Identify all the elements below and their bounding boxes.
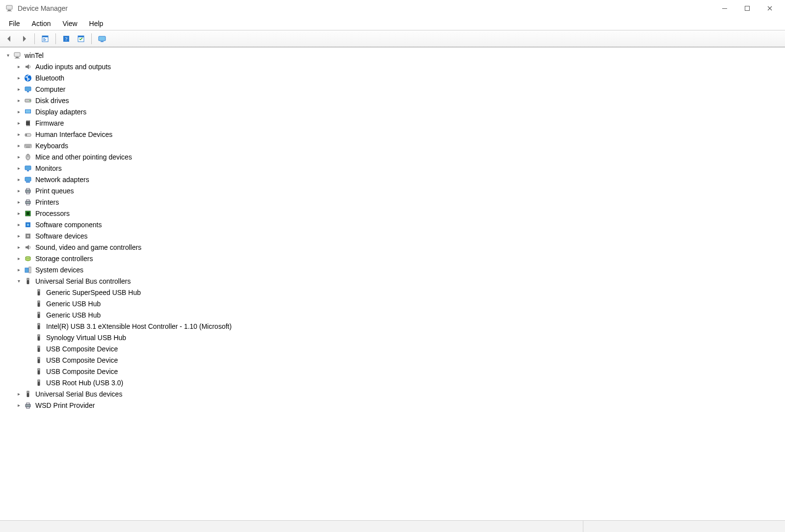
- tree-device[interactable]: ▸Generic SuperSpeed USB Hub: [0, 287, 363, 298]
- tree-node-label: Computer: [35, 85, 65, 93]
- chevron-right-icon[interactable]: ▸: [15, 401, 23, 409]
- tree-category[interactable]: ▸Software devices: [0, 230, 363, 241]
- window-title: Device Manager: [18, 4, 68, 12]
- tree-category[interactable]: ▸Audio inputs and outputs: [0, 61, 363, 72]
- tree-device[interactable]: ▸Generic USB Hub: [0, 298, 363, 309]
- expander-blank: ▸: [26, 356, 33, 364]
- tree-category[interactable]: ▸Bluetooth: [0, 72, 363, 83]
- chevron-right-icon[interactable]: ▸: [15, 255, 23, 263]
- chevron-right-icon[interactable]: ▸: [15, 108, 23, 116]
- svg-rect-50: [26, 147, 30, 147]
- window-maximize-button[interactable]: [736, 1, 759, 16]
- tree-category[interactable]: ▸Printers: [0, 196, 363, 208]
- chevron-right-icon[interactable]: ▸: [15, 210, 23, 217]
- chevron-right-icon[interactable]: ▸: [15, 221, 23, 229]
- tree-category[interactable]: ▸Display adapters: [0, 106, 363, 117]
- svg-rect-26: [26, 121, 30, 125]
- toolbar-show-hidden-button[interactable]: [96, 32, 108, 45]
- tree-category[interactable]: ▸Print queues: [0, 185, 363, 196]
- chevron-right-icon[interactable]: ▸: [15, 142, 23, 150]
- usb-icon: [24, 390, 32, 399]
- toolbar-scan-button[interactable]: [75, 32, 87, 45]
- chevron-right-icon[interactable]: ▸: [15, 63, 23, 71]
- tree-device[interactable]: ▸USB Root Hub (USB 3.0): [0, 377, 363, 388]
- tree-device[interactable]: ▸Synology Virtual USB Hub: [0, 332, 363, 343]
- svg-rect-31: [28, 120, 29, 121]
- svg-rect-14: [99, 36, 105, 41]
- tree-root[interactable]: ▾winTel: [0, 50, 363, 61]
- tree-node-label: Generic USB Hub: [46, 311, 101, 319]
- svg-rect-48: [29, 146, 29, 146]
- tree-category[interactable]: ▸Firmware: [0, 117, 363, 129]
- tree-device[interactable]: ▸USB Composite Device: [0, 354, 363, 366]
- toolbar-properties-button[interactable]: [39, 32, 52, 45]
- chevron-down-icon[interactable]: ▾: [15, 277, 23, 285]
- device-tree[interactable]: ▾winTel▸Audio inputs and outputs▸Bluetoo…: [0, 48, 363, 520]
- chevron-right-icon[interactable]: ▸: [15, 164, 23, 172]
- tree-node-label: Human Interface Devices: [35, 131, 112, 138]
- tree-category[interactable]: ▸Universal Serial Bus devices: [0, 388, 363, 399]
- window-controls: [713, 1, 781, 16]
- tree-category[interactable]: ▸Mice and other pointing devices: [0, 151, 363, 162]
- tree-node-label: Universal Serial Bus controllers: [35, 277, 131, 285]
- chevron-right-icon[interactable]: ▸: [15, 266, 23, 274]
- tree-category[interactable]: ▾Universal Serial Bus controllers: [0, 275, 363, 287]
- chevron-right-icon[interactable]: ▸: [15, 198, 23, 206]
- svg-rect-33: [29, 120, 30, 121]
- storage-icon: [24, 254, 32, 263]
- menu-help[interactable]: Help: [83, 18, 109, 29]
- menu-action[interactable]: Action: [26, 18, 57, 29]
- usb-icon: [34, 311, 43, 319]
- tree-category[interactable]: ▸Processors: [0, 208, 363, 219]
- chevron-down-icon[interactable]: ▾: [4, 52, 12, 59]
- toolbar-help-button[interactable]: ?: [60, 32, 73, 45]
- tree-category[interactable]: ▸Computer: [0, 83, 363, 95]
- chevron-right-icon[interactable]: ▸: [15, 153, 23, 161]
- chevron-right-icon[interactable]: ▸: [15, 243, 23, 251]
- chevron-right-icon[interactable]: ▸: [15, 232, 23, 240]
- toolbar-forward-button[interactable]: [18, 32, 30, 45]
- svg-rect-18: [15, 58, 20, 58]
- chevron-right-icon[interactable]: ▸: [15, 131, 23, 138]
- chevron-right-icon[interactable]: ▸: [15, 74, 23, 82]
- tree-category[interactable]: ▸Human Interface Devices: [0, 129, 363, 140]
- tree-category[interactable]: ▸Software components: [0, 219, 363, 230]
- tree-device[interactable]: ▸Generic USB Hub: [0, 309, 363, 320]
- svg-rect-92: [27, 393, 29, 397]
- tree-category[interactable]: ▸Network adapters: [0, 174, 363, 185]
- chevron-right-icon[interactable]: ▸: [15, 85, 23, 93]
- tree-node-label: USB Composite Device: [46, 356, 118, 364]
- tree-category[interactable]: ▸WSD Print Provider: [0, 399, 363, 411]
- tree-device[interactable]: ▸USB Composite Device: [0, 366, 363, 377]
- toolbar-separator: [91, 33, 92, 44]
- tree-category[interactable]: ▸Keyboards: [0, 140, 363, 151]
- chevron-right-icon[interactable]: ▸: [15, 119, 23, 127]
- tree-node-label: Keyboards: [35, 142, 68, 150]
- menu-view[interactable]: View: [56, 18, 83, 29]
- window-minimize-button[interactable]: [713, 1, 736, 16]
- tree-category[interactable]: ▸Sound, video and game controllers: [0, 241, 363, 253]
- tree-device[interactable]: ▸Intel(R) USB 3.1 eXtensible Host Contro…: [0, 320, 363, 332]
- chevron-right-icon[interactable]: ▸: [15, 97, 23, 105]
- tree-device[interactable]: ▸USB Composite Device: [0, 343, 363, 354]
- tree-category[interactable]: ▸System devices: [0, 264, 363, 275]
- svg-rect-85: [38, 357, 40, 359]
- svg-rect-70: [29, 267, 31, 273]
- svg-rect-86: [38, 359, 40, 363]
- tree-category[interactable]: ▸Monitors: [0, 162, 363, 174]
- tree-category[interactable]: ▸Storage controllers: [0, 253, 363, 264]
- window-close-button[interactable]: [759, 1, 781, 16]
- tree-node-label: Print queues: [35, 187, 74, 195]
- usb-icon: [34, 288, 43, 297]
- tree-category[interactable]: ▸Disk drives: [0, 95, 363, 106]
- tree-node-label: Software components: [35, 221, 102, 229]
- toolbar-back-button[interactable]: [3, 32, 16, 45]
- chevron-right-icon[interactable]: ▸: [15, 390, 23, 398]
- menu-file[interactable]: File: [3, 18, 26, 29]
- tree-node-label: USB Composite Device: [46, 368, 118, 375]
- chevron-right-icon[interactable]: ▸: [15, 176, 23, 184]
- svg-rect-9: [43, 40, 46, 41]
- chevron-right-icon[interactable]: ▸: [15, 187, 23, 195]
- tree-node-label: Sound, video and game controllers: [35, 243, 141, 251]
- display-icon: [24, 107, 32, 116]
